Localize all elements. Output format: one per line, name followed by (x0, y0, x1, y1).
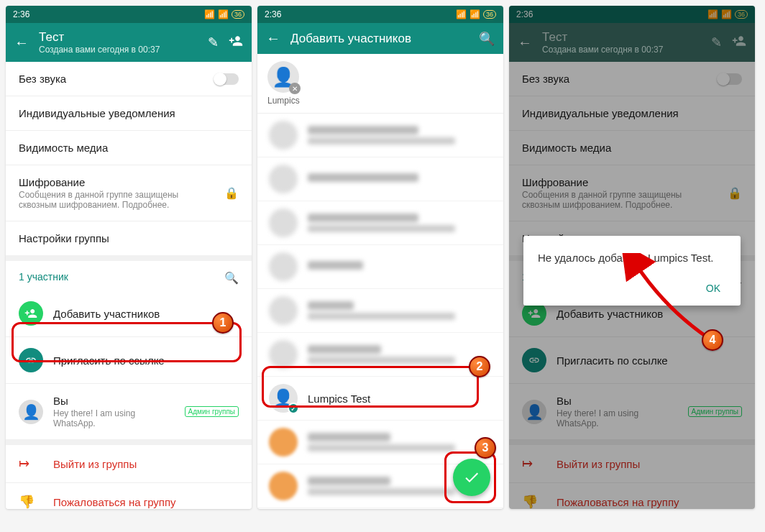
contact-blurred[interactable] (257, 333, 503, 377)
selected-contact-chip[interactable]: 👤 ✕ Lumpics (257, 54, 503, 114)
members-header: 1 участник 🔍 (6, 255, 252, 290)
signal-icon: 📶 (456, 9, 467, 19)
search-icon[interactable]: 🔍 (479, 31, 495, 47)
wifi-icon: 📶 (218, 9, 229, 19)
dialog-message: Не удалось добавить Lumpics Test. (538, 252, 726, 264)
setting-encryption[interactable]: Шифрование Сообщения в данной группе защ… (6, 165, 252, 221)
badge-2: 2 (469, 356, 490, 377)
battery-icon: 36 (483, 10, 496, 19)
thumbs-down-icon: 👎 (19, 494, 43, 509)
contact-blurred[interactable] (257, 114, 503, 157)
contact-blurred[interactable] (257, 289, 503, 333)
dialog-ok-button[interactable]: OK (700, 278, 726, 298)
contact-blurred[interactable] (257, 421, 503, 464)
report-group-row[interactable]: 👎 Пожаловаться на группу (6, 482, 252, 509)
remove-chip-icon[interactable]: ✕ (289, 83, 301, 94)
status-time: 2:36 (265, 9, 281, 19)
back-icon[interactable]: ← (14, 35, 29, 51)
screen-3-error-dialog: 2:36 📶 📶 36 ← Тест Создана вами сегодня … (509, 6, 755, 509)
badge-4: 4 (702, 329, 723, 351)
exit-icon: ↦ (19, 456, 43, 472)
signal-icon: 📶 (204, 9, 215, 19)
avatar-icon: 👤 ✓ (269, 384, 298, 413)
app-bar: ← Добавить участников 🔍 (257, 23, 503, 54)
status-time: 2:36 (13, 9, 29, 19)
link-icon (19, 348, 43, 372)
check-icon: ✓ (288, 403, 299, 414)
screen-2-add-members: 2:36 📶 📶 36 ← Добавить участников 🔍 👤 ✕ … (257, 6, 503, 509)
wifi-icon: 📶 (469, 9, 480, 19)
error-dialog: Не удалось добавить Lumpics Test. OK (523, 236, 741, 306)
contact-blurred[interactable] (257, 508, 503, 509)
contact-blurred[interactable] (257, 157, 503, 201)
setting-group[interactable]: Настройки группы (6, 221, 252, 255)
group-subtitle: Создана вами сегодня в 00:37 (39, 45, 198, 55)
leave-group-row[interactable]: ↦ Выйти из группы (6, 439, 252, 482)
confirm-fab[interactable] (453, 459, 490, 496)
badge-1: 1 (212, 312, 234, 334)
setting-notifications[interactable]: Индивидуальные уведомления (6, 96, 252, 130)
content-area: 👤 ✕ Lumpics 👤 ✓ Lumpics Test (257, 54, 503, 509)
contact-blurred[interactable] (257, 201, 503, 245)
status-bar: 2:36 📶 📶 36 (6, 6, 252, 23)
add-participant-icon (19, 301, 43, 326)
contact-list: 👤 ✓ Lumpics Test (257, 114, 503, 509)
contact-lumpics-test[interactable]: 👤 ✓ Lumpics Test (257, 377, 503, 421)
group-title: Тест (39, 30, 198, 45)
status-bar: 2:36 📶 📶 36 (257, 6, 503, 23)
contact-blurred[interactable] (257, 245, 503, 289)
mute-toggle[interactable] (214, 73, 239, 85)
setting-media[interactable]: Видимость медиа (6, 130, 252, 165)
member-you-row[interactable]: 👤 Вы Hey there! I am using WhatsApp. Адм… (6, 383, 252, 439)
content-area: Без звука Индивидуальные уведомления Вид… (6, 62, 252, 509)
setting-mute[interactable]: Без звука (6, 62, 252, 96)
admin-badge: Админ группы (185, 406, 239, 417)
screen-1-group-info: 2:36 📶 📶 36 ← Тест Создана вами сегодня … (6, 6, 252, 509)
back-icon[interactable]: ← (266, 30, 280, 47)
battery-icon: 36 (232, 10, 244, 19)
edit-icon[interactable]: ✎ (208, 35, 219, 50)
add-person-icon[interactable] (229, 34, 243, 52)
avatar-icon: 👤 (19, 400, 43, 424)
app-bar: ← Тест Создана вами сегодня в 00:37 ✎ (6, 23, 252, 62)
badge-3: 3 (475, 437, 496, 459)
lock-icon: 🔒 (224, 186, 239, 200)
search-members-icon[interactable]: 🔍 (224, 271, 239, 285)
invite-link-row[interactable]: Пригласить по ссылке (6, 336, 252, 383)
avatar-icon: 👤 ✕ (267, 61, 299, 93)
page-title: Добавить участников (290, 32, 469, 46)
